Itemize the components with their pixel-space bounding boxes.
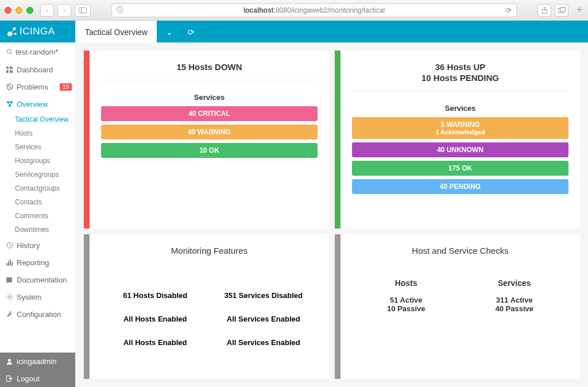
panel-monitoring-features: Monitoring Features Flap Detection61 Hos… xyxy=(84,234,329,379)
problems-badge: 19 xyxy=(60,83,72,91)
nav-documentation[interactable]: Documentation xyxy=(0,271,75,288)
nav-hostgroups[interactable]: Hostgroups xyxy=(0,154,75,168)
brand-logo[interactable]: icinga xyxy=(0,21,75,42)
status-bar-unknown[interactable]: 40 UNKNOWN xyxy=(352,142,568,157)
hosts-pending-title[interactable]: 10 Hosts PENDING xyxy=(352,73,568,83)
status-bar-warn[interactable]: 5 WARNING1 Acknowledged xyxy=(352,117,568,139)
feature-services[interactable]: All Services Enabled xyxy=(210,315,318,323)
history-icon xyxy=(6,242,13,249)
close-window[interactable] xyxy=(5,7,11,14)
wrench-icon xyxy=(6,311,13,318)
status-bar-ok[interactable]: 175 OK xyxy=(352,161,568,176)
main-region: Tactical Overview ⌄ ⟳ 15 Hosts DOWN Serv… xyxy=(76,21,588,387)
sidebar: icinga test-random* Dashboard Problems19… xyxy=(0,21,76,387)
checks-hosts-label: Hosts xyxy=(352,278,461,288)
svg-rect-26 xyxy=(6,263,7,266)
sidebar-toggle[interactable] xyxy=(75,4,91,17)
svg-rect-5 xyxy=(560,7,565,12)
nav-problems[interactable]: Problems19 xyxy=(0,78,75,95)
services-label: Services xyxy=(101,93,318,102)
tab-tactical[interactable]: Tactical Overview xyxy=(76,21,157,42)
main-nav: Dashboard Problems19 Overview Tactical O… xyxy=(0,61,75,323)
hosts-up-title[interactable]: 36 Hosts UP xyxy=(352,62,568,72)
sidebar-icon xyxy=(79,7,87,13)
share-icon xyxy=(541,7,548,14)
nav-hosts[interactable]: Hosts xyxy=(0,126,75,140)
nav-history[interactable]: History xyxy=(0,237,75,254)
status-stripe-grey xyxy=(84,234,90,379)
nav-services[interactable]: Services xyxy=(0,140,75,154)
minimize-window[interactable] xyxy=(16,7,22,14)
feature-services[interactable]: 351 Services Disabled xyxy=(210,291,318,300)
feature-services[interactable]: All Services Enabled xyxy=(210,338,318,347)
nav-overview[interactable]: Overview xyxy=(0,95,75,113)
status-bar-warn[interactable]: 40 WARNING xyxy=(101,125,318,140)
services-active[interactable]: 311 Active xyxy=(461,296,569,304)
forward-button[interactable]: › xyxy=(57,4,71,17)
nav-reporting[interactable]: Reporting xyxy=(0,254,75,271)
tab-refresh[interactable]: ⟳ xyxy=(182,21,200,42)
svg-line-9 xyxy=(10,29,14,34)
book-icon xyxy=(6,276,13,284)
svg-rect-15 xyxy=(6,70,9,73)
svg-rect-29 xyxy=(11,262,13,266)
reload-icon[interactable]: ⟳ xyxy=(506,6,512,14)
status-bar-pending[interactable]: 40 PENDING xyxy=(352,179,568,194)
svg-rect-16 xyxy=(10,70,13,73)
nav-configuration[interactable]: Configuration xyxy=(0,305,75,323)
tabs-button[interactable] xyxy=(555,4,568,17)
tab-bar: Tactical Overview ⌄ ⟳ xyxy=(76,21,588,42)
browser-chrome: ‹ › ⓘ localhost:8080/icingaweb2/monitori… xyxy=(0,0,588,21)
svg-line-35 xyxy=(7,295,9,296)
hosts-passive[interactable]: 10 Passive xyxy=(352,304,461,313)
feature-hosts[interactable]: 61 Hosts Disabled xyxy=(101,291,210,300)
status-stripe-grey xyxy=(335,234,341,379)
info-icon: ⓘ xyxy=(117,5,123,15)
logout-button[interactable]: Logout xyxy=(0,370,75,387)
services-label: Services xyxy=(352,104,568,113)
nav-dashboard[interactable]: Dashboard xyxy=(0,61,75,78)
panel-hosts-up: 36 Hosts UP 10 Hosts PENDING Services 5 … xyxy=(335,51,580,229)
back-button[interactable]: ‹ xyxy=(40,4,54,17)
new-tab-button[interactable]: + xyxy=(575,6,583,14)
hosts-down-title[interactable]: 15 Hosts DOWN xyxy=(101,62,318,72)
services-passive[interactable]: 40 Passive xyxy=(461,304,569,313)
window-controls xyxy=(5,7,33,14)
nav-system[interactable]: System xyxy=(0,288,75,305)
status-bar-crit[interactable]: 40 CRITICAL xyxy=(101,106,318,121)
nav-tactical-overview[interactable]: Tactical Overview xyxy=(0,113,75,126)
checks-title: Host and Service Checks xyxy=(352,246,568,256)
tab-dropdown[interactable]: ⌄ xyxy=(160,21,179,42)
feature-hosts[interactable]: All Hosts Enabled xyxy=(101,338,210,347)
nav-downtimes[interactable]: Downtimes xyxy=(0,223,75,237)
overview-icon xyxy=(6,100,13,108)
status-stripe-down xyxy=(84,51,90,229)
zoom-window[interactable] xyxy=(26,7,33,14)
search-value: test-random* xyxy=(16,48,58,56)
logo-icon xyxy=(7,26,17,37)
url-text: localhost:8080/icingaweb2/monitoring/tac… xyxy=(243,6,385,14)
feature-heading: Event Handlers xyxy=(101,326,318,337)
nav-contacts[interactable]: Contacts xyxy=(0,195,75,209)
svg-rect-14 xyxy=(10,67,13,69)
feature-hosts[interactable]: All Hosts Enabled xyxy=(101,315,210,323)
footer-nav: icingaadmin Logout xyxy=(0,353,75,387)
features-title: Monitoring Features xyxy=(101,246,318,256)
svg-rect-13 xyxy=(6,67,9,69)
nav-contactgroups[interactable]: Contactgroups xyxy=(0,181,75,195)
svg-rect-0 xyxy=(79,7,87,13)
svg-line-12 xyxy=(10,53,12,55)
status-bar-ok[interactable]: 10 OK xyxy=(101,143,318,158)
url-bar[interactable]: ⓘ localhost:8080/icingaweb2/monitoring/t… xyxy=(111,3,517,17)
nav-comments[interactable]: Comments xyxy=(0,209,75,223)
reporting-icon xyxy=(6,259,13,266)
chevron-down-icon: ⌄ xyxy=(166,28,173,37)
svg-point-39 xyxy=(8,359,11,362)
search-row[interactable]: test-random* xyxy=(0,42,75,61)
panel-hosts-down: 15 Hosts DOWN Services 40 CRITICAL40 WAR… xyxy=(84,51,329,229)
svg-point-11 xyxy=(7,49,11,53)
user-menu[interactable]: icingaadmin xyxy=(0,353,75,370)
share-button[interactable] xyxy=(537,4,551,17)
nav-servicegroups[interactable]: Servicegroups xyxy=(0,168,75,181)
hosts-active[interactable]: 51 Active xyxy=(352,296,461,304)
